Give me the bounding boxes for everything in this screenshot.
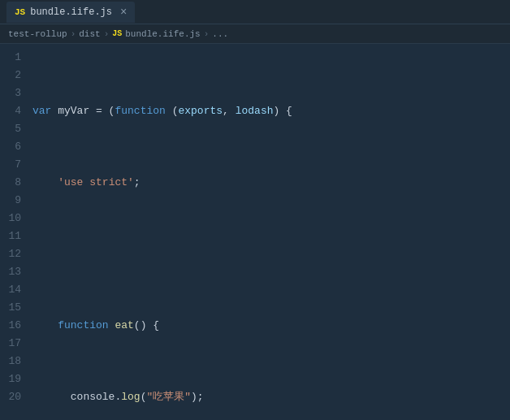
editor-window: JS bundle.iife.js × test-rollup › dist ›…: [0, 0, 510, 420]
tab-close-button[interactable]: ×: [120, 6, 127, 19]
breadcrumb-sep: ›: [204, 29, 210, 39]
breadcrumb: test-rollup › dist › JS bundle.iife.js ›…: [0, 24, 510, 44]
code-editor: 1 2 3 4 5 6 7 8 9 10 11 12 13 14 15 16 1…: [0, 44, 510, 420]
breadcrumb-part: dist: [79, 29, 100, 39]
code-line-2: 'use strict';: [32, 174, 510, 192]
line-numbers: 1 2 3 4 5 6 7 8 9 10 11 12 13 14 15 16 1…: [0, 44, 29, 420]
breadcrumb-js-icon: JS: [112, 29, 122, 38]
code-line-5: console.log("吃苹果");: [32, 388, 510, 406]
breadcrumb-sep: ›: [104, 29, 110, 39]
breadcrumb-sep: ›: [71, 29, 76, 39]
code-line-4: function eat() {: [32, 317, 510, 335]
tab-bar: JS bundle.iife.js ×: [0, 0, 510, 24]
code-line-1: var myVar = (function (exports, lodash) …: [32, 102, 510, 120]
active-tab[interactable]: JS bundle.iife.js ×: [6, 2, 135, 23]
breadcrumb-part: test-rollup: [8, 29, 67, 39]
breadcrumb-filename: bundle.iife.js: [125, 29, 200, 39]
code-lines: var myVar = (function (exports, lodash) …: [29, 44, 510, 420]
tab-label: bundle.iife.js: [30, 6, 112, 18]
js-file-icon: JS: [15, 7, 25, 17]
code-line-3: [32, 245, 510, 263]
breadcrumb-ellipsis: ...: [212, 29, 228, 39]
